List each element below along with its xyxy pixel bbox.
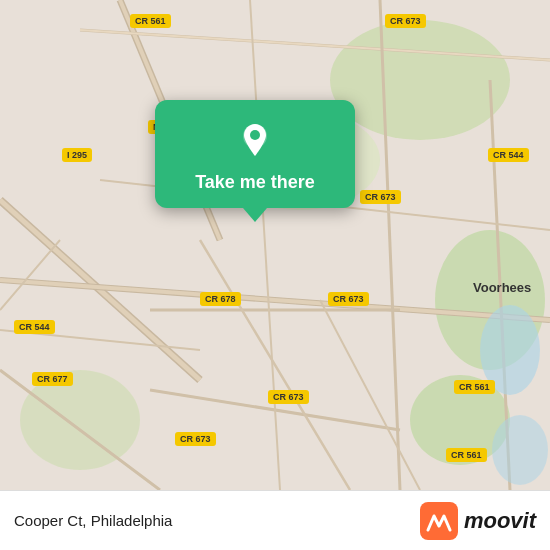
road-label-cr678: CR 678 bbox=[200, 292, 241, 306]
svg-point-1 bbox=[330, 20, 510, 140]
road-label-cr677: CR 677 bbox=[32, 372, 73, 386]
road-label-cr673-bot2: CR 673 bbox=[175, 432, 216, 446]
map-svg bbox=[0, 0, 550, 490]
road-label-cr673-top: CR 673 bbox=[385, 14, 426, 28]
road-label-i295: I 295 bbox=[62, 148, 92, 162]
road-label-cr673-bot: CR 673 bbox=[268, 390, 309, 404]
map-container: CR 561 CR 673 NJTP I 295 CR 673 CR 544 C… bbox=[0, 0, 550, 490]
road-label-cr544: CR 544 bbox=[488, 148, 529, 162]
bottom-bar: Cooper Ct, Philadelphia moovit bbox=[0, 490, 550, 550]
road-label-cr673-mid2: CR 673 bbox=[328, 292, 369, 306]
road-label-cr673-mid: CR 673 bbox=[360, 190, 401, 204]
moovit-text: moovit bbox=[464, 508, 536, 534]
road-label-cr561-bot: CR 561 bbox=[454, 380, 495, 394]
popup-card[interactable]: Take me there bbox=[155, 100, 355, 208]
svg-rect-31 bbox=[420, 502, 458, 540]
road-label-cr544-left: CR 544 bbox=[14, 320, 55, 334]
location-text: Cooper Ct, Philadelphia bbox=[14, 512, 172, 529]
take-me-there-label: Take me there bbox=[195, 172, 315, 194]
svg-point-30 bbox=[250, 130, 260, 140]
svg-point-26 bbox=[492, 415, 548, 485]
moovit-logo: moovit bbox=[420, 502, 536, 540]
location-pin-icon bbox=[233, 118, 277, 162]
road-label-cr561-bot2: CR 561 bbox=[446, 448, 487, 462]
moovit-icon bbox=[420, 502, 458, 540]
label-voorhees: Voorhees bbox=[468, 278, 536, 297]
road-label-cr561-top: CR 561 bbox=[130, 14, 171, 28]
